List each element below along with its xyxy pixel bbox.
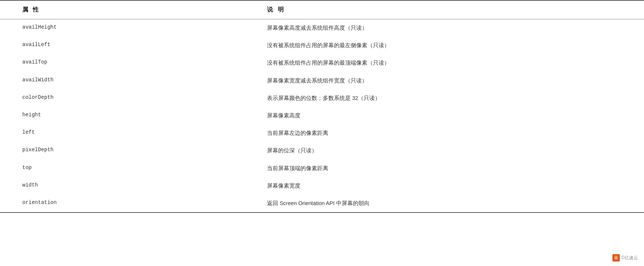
property-description: 没有被系统组件占用的屏幕的最左侧像素（只读） [267,42,390,48]
table-row: availHeight屏幕像素高度减去系统组件高度（只读） [0,19,644,37]
property-description-cell: 屏幕像素宽度 [245,177,644,195]
property-name: availWidth [22,77,54,83]
table-row: height屏幕像素高度 [0,107,644,124]
property-name: colorDepth [22,94,54,100]
property-description-cell: 屏幕的位深（只读） [245,142,644,159]
property-description-cell: 屏幕像素宽度减去系统组件宽度（只读） [245,72,644,90]
property-name-cell: availTop [0,54,245,72]
property-name-cell: pixelDepth [0,142,245,159]
property-description-cell: 当前屏幕顶端的像素距离 [245,160,644,177]
property-name-cell: height [0,107,245,124]
property-description: 当前屏幕左边的像素距离 [267,130,328,136]
property-description: 当前屏幕顶端的像素距离 [267,165,328,171]
property-description: 屏幕像素宽度 [267,183,300,189]
property-name: availLeft [22,42,51,48]
table-body: availHeight屏幕像素高度减去系统组件高度（只读）availLeft没有… [0,19,644,213]
table-row: availWidth屏幕像素宽度减去系统组件宽度（只读） [0,72,644,90]
property-description-cell: 没有被系统组件占用的屏幕的最左侧像素（只读） [245,37,644,54]
property-name: width [22,182,38,188]
table-row: pixelDepth屏幕的位深（只读） [0,142,644,159]
property-name: top [22,165,32,171]
property-name: pixelDepth [22,147,54,153]
table-row: left当前屏幕左边的像素距离 [0,124,644,142]
property-description: 屏幕像素宽度减去系统组件宽度（只读） [267,78,367,84]
property-description: 屏幕的位深（只读） [267,147,317,153]
property-name-cell: orientation [0,195,245,213]
property-name: orientation [22,200,57,205]
col-description-header: 说 明 [245,0,644,19]
page-wrapper: 属 性 说 明 availHeight屏幕像素高度减去系统组件高度（只读）ava… [0,0,644,266]
property-description: 返回 Screen Orientation API 中屏幕的朝向 [267,200,370,206]
property-description: 屏幕像素高度 [267,113,300,119]
property-name: height [22,112,41,118]
property-description-cell: 屏幕像素高度 [245,107,644,124]
property-description-cell: 当前屏幕左边的像素距离 [245,124,644,142]
property-description-cell: 返回 Screen Orientation API 中屏幕的朝向 [245,195,644,213]
watermark-icon: 云 [612,254,620,262]
watermark: 云 ©亿速云 [612,254,638,262]
table-row: availTop没有被系统组件占用的屏幕的最顶端像素（只读） [0,54,644,72]
property-name: availHeight [22,24,57,30]
property-name-cell: availWidth [0,72,245,90]
table-row: colorDepth表示屏幕颜色的位数；多数系统是 32（只读） [0,90,644,107]
property-description: 表示屏幕颜色的位数；多数系统是 32（只读） [267,95,380,101]
table-row: width屏幕像素宽度 [0,177,644,195]
properties-table: 属 性 说 明 availHeight屏幕像素高度减去系统组件高度（只读）ava… [0,0,644,213]
watermark-text: ©亿速云 [621,255,638,261]
property-name-cell: left [0,124,245,142]
table-row: top当前屏幕顶端的像素距离 [0,160,644,177]
property-description-cell: 表示屏幕颜色的位数；多数系统是 32（只读） [245,90,644,107]
table-row: orientation返回 Screen Orientation API 中屏幕… [0,195,644,213]
property-name: left [22,129,35,135]
property-description: 屏幕像素高度减去系统组件高度（只读） [267,25,367,31]
property-name-cell: top [0,160,245,177]
col-property-header: 属 性 [0,0,245,19]
table-header-row: 属 性 说 明 [0,0,644,19]
property-name-cell: colorDepth [0,90,245,107]
property-description-cell: 屏幕像素高度减去系统组件高度（只读） [245,19,644,37]
property-description-cell: 没有被系统组件占用的屏幕的最顶端像素（只读） [245,54,644,72]
property-name-cell: availLeft [0,37,245,54]
property-name: availTop [22,59,47,65]
table-row: availLeft没有被系统组件占用的屏幕的最左侧像素（只读） [0,37,644,54]
property-name-cell: availHeight [0,19,245,37]
property-name-cell: width [0,177,245,195]
property-description: 没有被系统组件占用的屏幕的最顶端像素（只读） [267,60,390,66]
